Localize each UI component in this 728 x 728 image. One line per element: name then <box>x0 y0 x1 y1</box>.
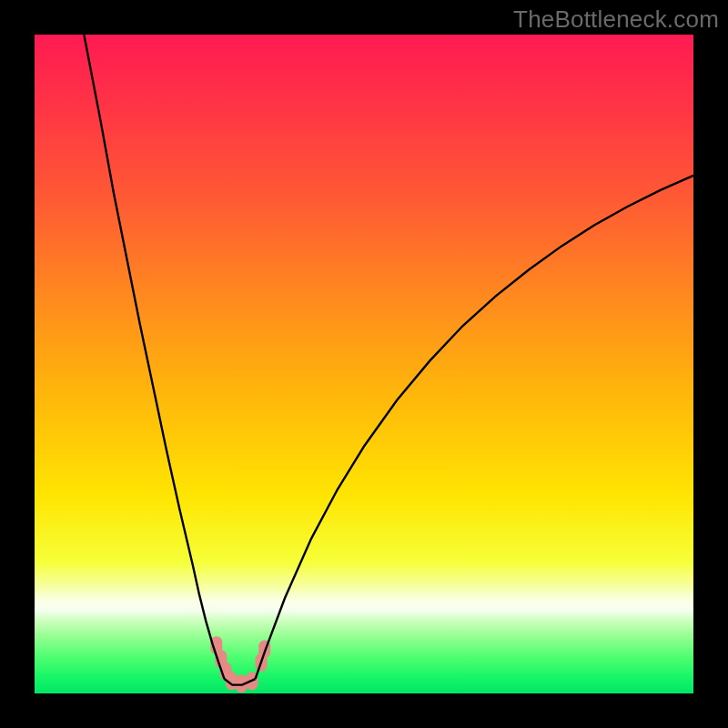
chart-frame: TheBottleneck.com <box>0 0 728 728</box>
plot-area <box>35 35 693 693</box>
watermark-text: TheBottleneck.com <box>513 5 719 34</box>
left-curve <box>84 35 224 679</box>
right-curve <box>256 176 693 679</box>
curve-layer <box>35 35 693 693</box>
